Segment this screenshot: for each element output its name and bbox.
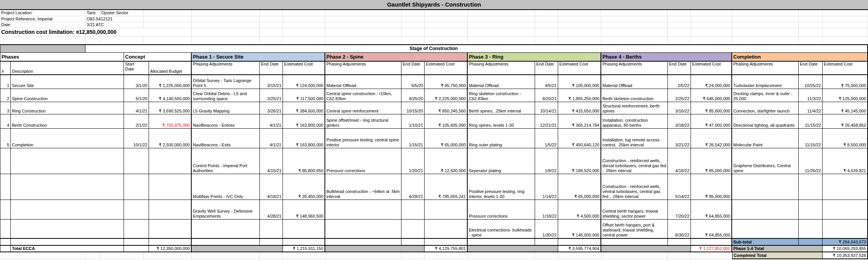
phase1-header[interactable]: Phase 1 - Secure Site <box>192 53 325 62</box>
cell-start-date[interactable]: 5/1/20 <box>124 89 149 102</box>
grid-empty-cell[interactable] <box>468 239 535 246</box>
phase4-estimated-cost-col-header[interactable]: Estimated Cost <box>691 62 732 75</box>
cell-completion-estimated-cost[interactable]: ₹ 26,458,852 <box>823 114 868 129</box>
start-date-col-header[interactable]: Start Date <box>124 62 149 75</box>
cell-completion-adjustments[interactable]: Turbolaster Emplacement <box>732 75 799 89</box>
cell-phase2-estimated-cost[interactable]: ₹ 12,500,000 <box>425 148 468 174</box>
grid-empty-cell[interactable] <box>668 239 691 246</box>
cell-phase1-adjustments[interactable]: MultiNav Points - IVC Only <box>192 174 260 200</box>
stage-of-construction-header[interactable]: Stage of Construction <box>85 44 868 53</box>
cell-phase2-adjustments[interactable]: Positive pressure testing, central spine… <box>325 129 401 148</box>
cell-phase4-estimated-cost[interactable]: ₹ 26,542,000 <box>691 129 732 148</box>
grid-empty-cell[interactable] <box>425 239 468 246</box>
cell-phase3-adjustments[interactable]: Seperator plating <box>468 148 535 174</box>
cell-phase2-end-date[interactable]: 1/15/21 <box>401 129 425 148</box>
allocated-budget-col-header[interactable]: Allocated Budget <box>149 62 192 75</box>
cell-allocated-budget[interactable]: ₹ 1,225,000,000 <box>149 75 192 89</box>
cell-phase1-end-date[interactable]: 4/28/21 <box>260 200 283 220</box>
cell-phase4-estimated-cost[interactable]: ₹ 64,855,000 <box>691 200 732 220</box>
cell-phase3-end-date[interactable]: 1/8/22 <box>535 148 558 174</box>
cell-phase3-estimated-cost[interactable]: ₹ 4,500,000 <box>558 200 601 220</box>
cell-num[interactable]: 1 <box>0 75 11 89</box>
date-value[interactable]: 3/21 ATC <box>85 22 144 28</box>
cell-description[interactable]: Spine Construction <box>11 89 124 102</box>
cell-phase4-end-date[interactable]: 3/16/22 <box>668 102 691 114</box>
completed-total-value[interactable]: ₹ 10,353,937,528 <box>823 252 868 259</box>
project-location-value[interactable]: Taris <box>85 10 100 16</box>
cell-phase4-estimated-cost[interactable]: ₹ 85,600,000 <box>691 102 732 114</box>
cell-phase4-estimated-cost[interactable]: ₹ 64,855,000 <box>691 220 732 239</box>
ecca-num-cell[interactable] <box>0 246 11 252</box>
cell-phase4-estimated-cost[interactable]: ₹ 85,000,000 <box>691 148 732 174</box>
cell-phase3-estimated-cost[interactable]: ₹ 105,000,000 <box>558 75 601 89</box>
project-location-label[interactable]: Project Location: <box>0 10 85 16</box>
cell-allocated-budget[interactable] <box>149 148 192 174</box>
cell-phase1-adjustments[interactable]: Orbital Survey - Taris Lagrange Point 5 <box>192 75 260 89</box>
cell-start-date[interactable]: 2/1/22 <box>124 114 149 129</box>
cell-phase3-end-date[interactable]: 1/5/22 <box>535 129 558 148</box>
ecca-phase3-filler[interactable] <box>468 246 558 252</box>
cell-completion-estimated-cost[interactable] <box>823 220 868 239</box>
cell-phase1-end-date[interactable]: 4/1/21 <box>260 129 283 148</box>
cell-phase4-end-date[interactable]: 3/21/22 <box>668 129 691 148</box>
cell-start-date[interactable] <box>124 200 149 220</box>
cell-phase3-adjustments[interactable]: Ring outer plating <box>468 129 535 148</box>
cell-phase1-estimated-cost[interactable] <box>283 220 325 239</box>
cell-description[interactable] <box>11 174 124 200</box>
cell-phase3-adjustments[interactable]: Positive pressure testing, ring interior… <box>468 174 535 200</box>
cell-phase4-adjustments[interactable]: Material Offload <box>601 75 668 89</box>
cell-phase2-estimated-cost[interactable]: ₹ 85,750,000 <box>425 75 468 89</box>
cell-start-date[interactable]: 4/1/21 <box>124 102 149 114</box>
phase2-end-date-col-header[interactable]: End Date <box>401 62 425 75</box>
phases-header[interactable]: Phases <box>0 53 124 62</box>
cell-phase2-adjustments[interactable]: Central spine construction - r10km, C62.… <box>325 89 401 102</box>
cell-phase3-adjustments[interactable]: Material Offload <box>468 75 535 89</box>
grid-empty-cell[interactable] <box>192 239 260 246</box>
cell-phase1-estimated-cost[interactable]: ₹ 117,500,000 <box>283 89 325 102</box>
cell-phase1-end-date[interactable]: 3/15/21 <box>260 75 283 89</box>
cell-phase1-adjustments[interactable]: Gravity Well Survey - Defensive Emplacem… <box>192 200 260 220</box>
phase1-end-date-col-header[interactable]: End Date <box>260 62 283 75</box>
cell-phase4-end-date[interactable]: 2/25/22 <box>668 89 691 102</box>
cell-num[interactable]: 4 <box>0 114 11 129</box>
cell-num[interactable]: 2 <box>0 89 11 102</box>
cell-completion-end-date[interactable] <box>799 200 823 220</box>
cell-completion-adjustments[interactable]: Graphene Distributors, Central spine <box>732 148 799 174</box>
cell-description[interactable] <box>11 148 124 174</box>
subtotal-end-cell[interactable] <box>799 239 823 246</box>
cell-phase4-estimated-cost[interactable]: ₹ 645,000,000 <box>691 89 732 102</box>
cell-allocated-budget[interactable] <box>149 220 192 239</box>
cell-completion-adjustments[interactable]: Docking clamps, inner & outer - 25,000 <box>732 89 799 102</box>
phase1-adjustments-col-header[interactable]: Phasing Adjustments <box>192 62 260 75</box>
cell-phase1-adjustments[interactable]: Control Points - Imperial Port Authoriti… <box>192 148 260 174</box>
cell-phase1-estimated-cost[interactable]: ₹ 163,800,000 <box>283 114 325 129</box>
cell-phase2-adjustments[interactable]: Material Offload <box>325 75 401 89</box>
cell-completion-adjustments[interactable] <box>732 200 799 220</box>
grid-empty-cell[interactable] <box>149 239 192 246</box>
cell-completion-end-date[interactable]: 11/3/22 <box>799 89 823 102</box>
cell-phase4-adjustments[interactable]: Installation, construction apparatus, 80… <box>601 114 668 129</box>
cell-start-date[interactable] <box>124 220 149 239</box>
cell-completion-estimated-cost[interactable] <box>823 200 868 220</box>
phase3-estimated-cost-col-header[interactable]: Estimated Cost <box>558 62 601 75</box>
cell-completion-estimated-cost[interactable]: ₹ 4,539,821 <box>823 148 868 174</box>
concept-header[interactable]: Concept <box>124 53 192 62</box>
cell-completion-estimated-cost[interactable] <box>823 174 868 200</box>
cell-phase2-adjustments[interactable] <box>325 220 401 239</box>
ecca-phase1-filler[interactable] <box>192 246 283 252</box>
cell-completion-end-date[interactable]: 11/4/22 <box>799 102 823 114</box>
cell-phase1-adjustments[interactable]: NaviBeacons - Entries <box>192 114 260 129</box>
cell-completion-estimated-cost[interactable]: ₹ 125,000,000 <box>823 89 868 102</box>
cell-phase1-adjustments[interactable]: NaviBeacons - Exits <box>192 129 260 148</box>
cell-start-date[interactable]: 10/1/22 <box>124 129 149 148</box>
cell-completion-end-date[interactable]: 10/25/22 <box>799 75 823 89</box>
cell-description[interactable]: Completion <box>11 129 124 148</box>
phase2-adjustments-col-header[interactable]: Phasing Adjustments <box>325 62 401 75</box>
cell-num[interactable]: 5 <box>0 129 11 148</box>
date-label[interactable]: Date: <box>0 22 85 28</box>
cell-phase1-estimated-cost[interactable]: ₹ 86,800,650 <box>283 148 325 174</box>
phase3-end-date-col-header[interactable]: End Date <box>535 62 558 75</box>
cell-phase2-end-date[interactable]: 4/28/21 <box>401 174 425 200</box>
cell-start-date[interactable]: 3/1/20 <box>124 75 149 89</box>
grid-empty-cell[interactable] <box>558 239 601 246</box>
